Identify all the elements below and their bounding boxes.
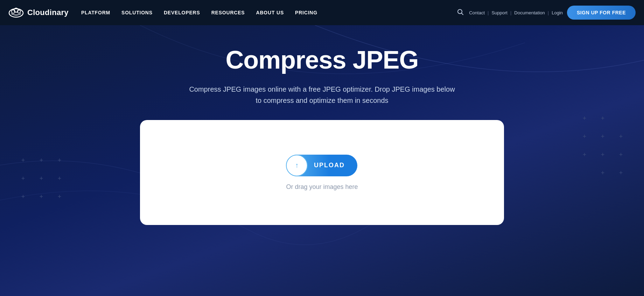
plus-icon: + <box>40 193 43 200</box>
logo-icon <box>8 7 24 19</box>
plus-icon: + <box>40 157 43 164</box>
plus-grid-left: + + + + + + + + + <box>14 151 69 206</box>
plus-icon: + <box>583 115 587 122</box>
plus-icon: + <box>619 169 623 177</box>
nav-link-solutions[interactable]: SOLUTIONS <box>121 10 153 15</box>
login-link[interactable]: Login <box>552 10 563 15</box>
contact-link[interactable]: Contact <box>469 10 485 15</box>
navbar-left: Cloudinary PLATFORM SOLUTIONS DEVELOPERS… <box>8 7 317 19</box>
plus-icon: + <box>58 157 62 164</box>
nav-item-platform[interactable]: PLATFORM <box>81 9 110 16</box>
nav-item-about[interactable]: ABOUT US <box>256 9 284 16</box>
divider-2: | <box>510 10 511 15</box>
plus-icon: + <box>619 151 623 158</box>
svg-point-0 <box>9 9 23 17</box>
navbar: Cloudinary PLATFORM SOLUTIONS DEVELOPERS… <box>0 0 644 25</box>
hero-title: Compress JPEG <box>189 46 455 74</box>
nav-item-resources[interactable]: RESOURCES <box>211 9 245 16</box>
documentation-link[interactable]: Documentation <box>514 10 545 15</box>
nav-link-developers[interactable]: DEVELOPERS <box>164 10 200 15</box>
divider-1: | <box>488 10 489 15</box>
plus-icon: + <box>40 175 43 182</box>
plus-icon: + <box>601 115 605 122</box>
logo[interactable]: Cloudinary <box>8 7 69 19</box>
upload-circle: ↑ <box>286 155 308 176</box>
navbar-right: Contact | Support | Documentation | Logi… <box>457 6 636 20</box>
signup-button[interactable]: SIGN UP FOR FREE <box>567 6 636 20</box>
plus-icon: + <box>601 169 605 177</box>
upload-button-row: ↑ UPLOAD <box>287 155 357 176</box>
plus-icon: + <box>21 157 25 164</box>
utility-links: Contact | Support | Documentation | Logi… <box>469 10 563 15</box>
plus-icon: + <box>619 133 623 140</box>
nav-link-resources[interactable]: RESOURCES <box>211 10 245 15</box>
plus-icon: + <box>21 175 25 182</box>
nav-item-pricing[interactable]: PRICING <box>295 9 317 16</box>
plus-icon: + <box>583 151 587 158</box>
support-link[interactable]: Support <box>491 10 507 15</box>
upload-arrow-icon: ↑ <box>295 161 299 169</box>
search-icon <box>457 9 463 15</box>
svg-line-5 <box>462 13 463 15</box>
upload-card[interactable]: ↑ UPLOAD Or drag your images here <box>140 120 504 225</box>
nav-links: PLATFORM SOLUTIONS DEVELOPERS RESOURCES … <box>81 9 317 16</box>
plus-icon: + <box>601 133 605 140</box>
hero-content: Compress JPEG Compress JPEG images onlin… <box>189 25 455 120</box>
plus-icon: + <box>21 193 25 200</box>
divider-3: | <box>548 10 549 15</box>
nav-link-about[interactable]: ABOUT US <box>256 10 284 15</box>
hero-section: + + + + + + + + + + + + + + + + + + + Co… <box>0 25 644 296</box>
drag-drop-text: Or drag your images here <box>286 183 358 191</box>
nav-item-solutions[interactable]: SOLUTIONS <box>121 9 153 16</box>
plus-icon: + <box>601 151 605 158</box>
plus-grid-right: + + + + + + + + + + <box>575 109 630 182</box>
search-button[interactable] <box>457 9 463 16</box>
hero-subtitle: Compress JPEG images online with a free … <box>189 84 455 106</box>
logo-text: Cloudinary <box>27 8 69 17</box>
upload-button-label: UPLOAD <box>314 162 348 169</box>
nav-link-pricing[interactable]: PRICING <box>295 10 317 15</box>
upload-card-wrapper: ↑ UPLOAD Or drag your images here <box>140 120 504 225</box>
plus-icon: + <box>58 193 62 200</box>
upload-button[interactable]: ↑ UPLOAD <box>287 155 357 176</box>
plus-icon: + <box>583 133 587 140</box>
nav-link-platform[interactable]: PLATFORM <box>81 10 110 15</box>
svg-point-4 <box>458 9 462 14</box>
nav-item-developers[interactable]: DEVELOPERS <box>164 9 200 16</box>
plus-icon: + <box>58 175 62 182</box>
